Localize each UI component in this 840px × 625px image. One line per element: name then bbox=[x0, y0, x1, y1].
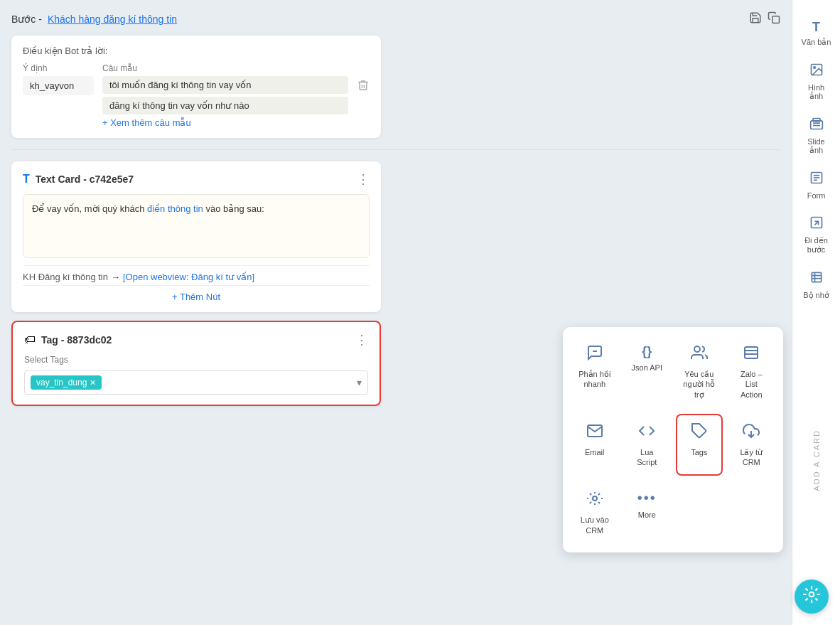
panel-item-label: Zalo – List Action bbox=[734, 369, 770, 400]
step-header: Bước - Khách hàng đăng kí thông tin bbox=[11, 11, 780, 27]
button-row: KH Đăng kí thông tin → [Open webview: Đă… bbox=[23, 265, 370, 282]
tag-card-icon: 🏷 bbox=[24, 333, 36, 346]
section-separator bbox=[11, 149, 780, 150]
intent-value[interactable]: kh_vayvon bbox=[23, 76, 94, 95]
add-sample-btn[interactable]: + Xem thêm câu mẫu bbox=[102, 117, 348, 128]
sample-col-label: Câu mẫu bbox=[102, 63, 348, 73]
panel-item-label: Email bbox=[585, 447, 605, 457]
bot-condition-card: Điều kiện Bot trả lời: Ý định kh_vayvon … bbox=[11, 36, 381, 138]
svg-rect-19 bbox=[745, 347, 758, 358]
panel-item-label: Lưu vào CRM bbox=[577, 515, 613, 535]
text-icon: T bbox=[812, 20, 820, 35]
svg-rect-16 bbox=[772, 16, 780, 23]
intent-row: Ý định kh_vayvon Câu mẫu tôi muốn đăng k… bbox=[23, 63, 370, 128]
panel-item-label: Json API bbox=[632, 363, 662, 373]
sidebar-item-vanban[interactable]: T Văn bản bbox=[797, 14, 836, 53]
panel-item-label: Yêu cầu người hỗ trợ bbox=[682, 369, 717, 400]
tag-remove-btn[interactable]: ✕ bbox=[90, 378, 96, 388]
content-suffix: vào bảng sau: bbox=[203, 203, 264, 214]
panel-item-savecrm[interactable]: Lưu vào CRM bbox=[571, 481, 618, 544]
panel-item-support[interactable]: Yêu cầu người hỗ trợ bbox=[676, 336, 723, 408]
card-title-row: T Text Card - c742e5e7 ⋮ bbox=[23, 171, 370, 187]
tags-select-container[interactable]: vay_tin_dung ✕ ▾ bbox=[24, 370, 368, 395]
sidebar-item-label: Form bbox=[807, 191, 826, 200]
support-icon bbox=[691, 344, 708, 365]
panel-item-zalo[interactable]: Zalo – List Action bbox=[728, 336, 775, 408]
tag-card: 🏷 Tag - 8873dc02 ⋮ Select Tags vay_tin_d… bbox=[11, 321, 381, 406]
panel-item-jsonapi[interactable]: {} Json API bbox=[624, 336, 671, 408]
image-icon bbox=[809, 63, 824, 80]
panel-item-tags[interactable]: Tags bbox=[676, 414, 723, 476]
goto-icon bbox=[809, 215, 824, 233]
email-icon bbox=[586, 422, 603, 444]
svg-point-24 bbox=[593, 496, 597, 501]
tag-card-title: Tag - 8873dc02 bbox=[41, 334, 350, 346]
sidebar-item-memory[interactable]: Bộ nhớ bbox=[797, 265, 836, 306]
sample-item-1[interactable]: đăng kí thông tin vay vốn như nào bbox=[102, 97, 348, 114]
svg-rect-12 bbox=[812, 272, 821, 282]
save-icon[interactable] bbox=[749, 11, 762, 27]
samples-column: Câu mẫu tôi muốn đăng kí thông tin vay v… bbox=[102, 63, 348, 128]
button-label: KH Đăng kí thông tin bbox=[23, 272, 108, 282]
sidebar-item-hinhanh[interactable]: Hình ảnh bbox=[797, 57, 836, 107]
sample-item-0[interactable]: tôi muốn đăng kí thông tin vay vốn bbox=[102, 76, 348, 94]
form-icon bbox=[809, 171, 824, 188]
panel-item-reply[interactable]: Phản hồi nhanh bbox=[571, 336, 618, 408]
zalo-icon bbox=[743, 344, 760, 365]
tag-card-menu-icon[interactable]: ⋮ bbox=[355, 332, 368, 348]
luascript-icon bbox=[638, 422, 655, 444]
content-prefix: Để vay vốn, mời quý khách bbox=[32, 203, 147, 214]
panel-item-label: Lua Script bbox=[630, 447, 665, 468]
sidebar-item-label: Bộ nhớ bbox=[803, 291, 829, 300]
sidebar-item-label: Hình ảnh bbox=[801, 83, 832, 101]
tag-chip[interactable]: vay_tin_dung ✕ bbox=[31, 375, 102, 390]
intent-column: Ý định kh_vayvon bbox=[23, 63, 94, 95]
sidebar-item-label: Đi đến bước bbox=[801, 236, 832, 255]
right-sidebar: T Văn bản Hình ảnh Slide ảnh bbox=[792, 0, 840, 625]
panel-item-more[interactable]: ••• More bbox=[624, 481, 671, 544]
sidebar-item-goto[interactable]: Đi đến bước bbox=[797, 210, 836, 260]
text-card: T Text Card - c742e5e7 ⋮ Để vay vốn, mời… bbox=[11, 161, 381, 312]
sidebar-item-form[interactable]: Form bbox=[797, 165, 836, 205]
getcrm-icon bbox=[743, 422, 760, 444]
select-tags-label: Select Tags bbox=[24, 355, 368, 365]
svg-point-18 bbox=[694, 346, 700, 352]
sidebar-item-slideanh[interactable]: Slide ảnh bbox=[797, 111, 836, 161]
copy-icon[interactable] bbox=[768, 11, 780, 27]
sidebar-item-label: Slide ảnh bbox=[801, 137, 832, 155]
step-icons bbox=[749, 11, 780, 27]
content-highlight: điền thông tin bbox=[147, 203, 203, 214]
slideshow-icon bbox=[809, 117, 824, 134]
sidebar-item-label: Văn bản bbox=[802, 38, 831, 47]
panel-item-luascript[interactable]: Lua Script bbox=[624, 414, 671, 476]
text-card-menu-icon[interactable]: ⋮ bbox=[357, 171, 370, 187]
panel-item-label: Tags bbox=[691, 447, 707, 457]
delete-icon[interactable] bbox=[357, 79, 370, 95]
panel-item-label: Lấy từ CRM bbox=[734, 447, 770, 468]
button-action[interactable]: [Open webview: Đăng kí tư vấn] bbox=[123, 272, 254, 282]
reply-icon bbox=[586, 344, 603, 365]
jsonapi-icon: {} bbox=[642, 344, 652, 359]
memory-icon bbox=[809, 270, 824, 288]
button-arrow: → bbox=[111, 272, 120, 282]
bot-condition-label: Điều kiện Bot trả lời: bbox=[23, 46, 370, 56]
step-label: Bước - bbox=[11, 14, 42, 25]
tags-icon bbox=[691, 422, 708, 444]
floating-panel: Phản hồi nhanh {} Json API Yêu cầu người… bbox=[563, 327, 783, 552]
tag-card-title-row: 🏷 Tag - 8873dc02 ⋮ bbox=[24, 332, 368, 348]
svg-rect-2 bbox=[810, 121, 822, 129]
text-card-content[interactable]: Để vay vốn, mời quý khách điền thông tin… bbox=[23, 194, 370, 258]
more-icon: ••• bbox=[637, 490, 657, 506]
text-card-title: Text Card - c742e5e7 bbox=[36, 173, 351, 185]
svg-point-1 bbox=[813, 67, 815, 69]
step-link[interactable]: Khách hàng đăng kí thông tin bbox=[48, 14, 177, 25]
add-button-btn[interactable]: + Thêm Nút bbox=[23, 285, 370, 302]
panel-item-getcrm[interactable]: Lấy từ CRM bbox=[728, 414, 775, 476]
panel-item-label: More bbox=[638, 510, 656, 520]
intent-col-label: Ý định bbox=[23, 63, 94, 73]
tags-dropdown-arrow[interactable]: ▾ bbox=[357, 377, 362, 388]
panel-item-email[interactable]: Email bbox=[571, 414, 618, 476]
ai-button[interactable] bbox=[795, 579, 829, 614]
text-card-icon: T bbox=[23, 173, 30, 186]
tag-chip-value: vay_tin_dung bbox=[36, 378, 87, 388]
